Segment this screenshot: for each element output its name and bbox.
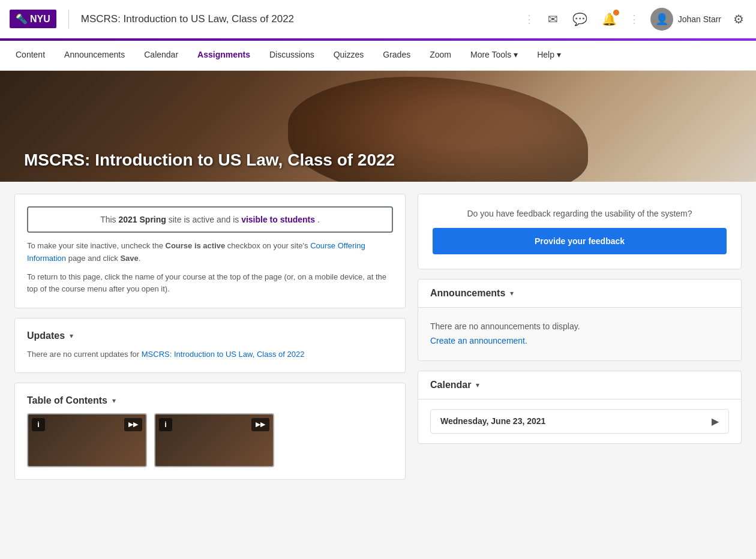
hero-banner: MSCRS: Introduction to US Law, Class of … bbox=[0, 71, 756, 182]
feedback-button[interactable]: Provide your feedback bbox=[433, 228, 727, 254]
announcements-chevron-icon[interactable]: ▾ bbox=[510, 289, 514, 297]
top-bar-left: 🔦 NYU MSCRS: Introduction to US Law, Cla… bbox=[10, 10, 524, 29]
updates-chevron-icon[interactable]: ▾ bbox=[70, 332, 73, 340]
nav-discussions[interactable]: Discussions bbox=[268, 41, 316, 71]
create-announcement-link[interactable]: Create an announcement. bbox=[430, 336, 527, 345]
right-column: Do you have feedback regarding the usabi… bbox=[418, 194, 742, 480]
play-icon-1: ▶▶ bbox=[128, 420, 138, 428]
nav-quizzes[interactable]: Quizzes bbox=[332, 41, 365, 71]
no-announcements-text: There are no announcements to display. C… bbox=[430, 320, 729, 348]
calendar-chevron-icon[interactable]: ▾ bbox=[476, 381, 479, 389]
dots-divider-1: ⋮ bbox=[524, 13, 536, 26]
top-bar-right: ⋮ ✉ 💬 🔔 ⋮ 👤 Johan Starr ⚙ bbox=[524, 8, 746, 31]
visibility-notice: This 2021 Spring site is active and is v… bbox=[27, 206, 393, 233]
toc-title: Table of Contents bbox=[27, 395, 107, 406]
chat-button[interactable]: 💬 bbox=[570, 10, 590, 29]
info-paragraph-2: To return to this page, click the name o… bbox=[27, 271, 393, 296]
gear-button[interactable]: ⚙ bbox=[731, 10, 746, 29]
more-tools-chevron-icon: ▾ bbox=[514, 50, 518, 59]
notice-visible-text: visible to students bbox=[241, 215, 315, 224]
mail-button[interactable]: ✉ bbox=[545, 10, 560, 29]
notice-prefix: This bbox=[100, 215, 118, 224]
nav-bar: Content Announcements Calendar Assignmen… bbox=[0, 41, 756, 71]
toc-header: Table of Contents ▾ bbox=[27, 395, 393, 406]
avatar: 👤 bbox=[650, 8, 673, 31]
nyu-logo[interactable]: 🔦 NYU bbox=[10, 10, 56, 28]
dots-divider-2: ⋮ bbox=[629, 13, 641, 26]
nyu-torch-icon: 🔦 bbox=[16, 13, 28, 25]
user-area[interactable]: 👤 Johan Starr bbox=[650, 8, 721, 31]
play-icon-2: ▶▶ bbox=[256, 420, 265, 428]
gear-icon: ⚙ bbox=[733, 13, 744, 26]
main-content: This 2021 Spring site is active and is v… bbox=[0, 182, 756, 492]
bell-button[interactable]: 🔔 bbox=[599, 10, 619, 29]
feedback-question: Do you have feedback regarding the usabi… bbox=[467, 209, 692, 218]
calendar-title: Calendar bbox=[430, 380, 471, 390]
toc-thumbnail-1[interactable]: i ▶▶ bbox=[27, 413, 147, 467]
calendar-card: Calendar ▾ Wednesday, June 23, 2021 ▶ bbox=[418, 371, 742, 444]
nav-calendar[interactable]: Calendar bbox=[143, 41, 179, 71]
updates-header: Updates ▾ bbox=[27, 330, 393, 341]
notification-badge bbox=[613, 10, 619, 16]
toc-thumbnails: i ▶▶ i ▶▶ bbox=[27, 413, 393, 467]
info-icon-1: i bbox=[37, 420, 40, 429]
updates-text: There are no current updates for MSCRS: … bbox=[27, 348, 393, 360]
announcements-card: Announcements ▾ There are no announcemen… bbox=[418, 279, 742, 361]
announcements-header: Announcements ▾ bbox=[418, 280, 741, 308]
thumb-info-icon-1[interactable]: i bbox=[32, 418, 45, 431]
nav-grades[interactable]: Grades bbox=[382, 41, 412, 71]
help-chevron-icon: ▾ bbox=[557, 50, 561, 59]
left-column: This 2021 Spring site is active and is v… bbox=[14, 194, 406, 480]
info-icon-2: i bbox=[164, 420, 167, 429]
mail-icon: ✉ bbox=[548, 13, 558, 26]
toc-card: Table of Contents ▾ i ▶▶ i bbox=[14, 383, 406, 480]
thumb-play-icon-1[interactable]: ▶▶ bbox=[124, 418, 142, 431]
status-card: This 2021 Spring site is active and is v… bbox=[14, 194, 406, 308]
nav-more-tools[interactable]: More Tools ▾ bbox=[469, 41, 519, 71]
calendar-arrow-icon[interactable]: ▶ bbox=[712, 416, 719, 427]
feedback-card: Do you have feedback regarding the usabi… bbox=[418, 194, 742, 269]
calendar-date-text: Wednesday, June 23, 2021 bbox=[440, 416, 545, 426]
notice-suffix: . bbox=[317, 215, 320, 224]
nav-zoom[interactable]: Zoom bbox=[428, 41, 452, 71]
calendar-date-row: Wednesday, June 23, 2021 ▶ bbox=[430, 409, 729, 434]
calendar-body: Wednesday, June 23, 2021 ▶ bbox=[418, 399, 741, 443]
thumb-play-icon-2[interactable]: ▶▶ bbox=[251, 418, 269, 431]
toc-thumbnail-2[interactable]: i ▶▶ bbox=[154, 413, 274, 467]
calendar-header: Calendar ▾ bbox=[418, 371, 741, 399]
toc-chevron-icon[interactable]: ▾ bbox=[112, 396, 116, 405]
updates-card: Updates ▾ There are no current updates f… bbox=[14, 318, 406, 373]
nav-announcements[interactable]: Announcements bbox=[63, 41, 126, 71]
info-paragraph-1: To make your site inactive, uncheck the … bbox=[27, 240, 393, 265]
nav-help[interactable]: Help ▾ bbox=[536, 41, 562, 71]
updates-title: Updates bbox=[27, 330, 65, 341]
nyu-logo-text: NYU bbox=[30, 14, 50, 25]
username: Johan Starr bbox=[678, 14, 721, 24]
updates-course-link[interactable]: MSCRS: Introduction to US Law, Class of … bbox=[142, 350, 305, 359]
course-title: MSCRS: Introduction to US Law, Class of … bbox=[81, 13, 294, 25]
thumb-info-icon-2[interactable]: i bbox=[159, 418, 172, 431]
announcements-title: Announcements bbox=[430, 288, 505, 299]
logo-divider bbox=[68, 10, 69, 29]
notice-middle: site is active and is bbox=[169, 215, 241, 224]
announcements-body: There are no announcements to display. C… bbox=[418, 308, 741, 360]
nav-assignments[interactable]: Assignments bbox=[196, 41, 251, 71]
nav-content[interactable]: Content bbox=[14, 41, 46, 71]
chat-icon: 💬 bbox=[572, 13, 587, 26]
top-bar: 🔦 NYU MSCRS: Introduction to US Law, Cla… bbox=[0, 0, 756, 38]
avatar-placeholder: 👤 bbox=[655, 13, 668, 26]
notice-semester: 2021 Spring bbox=[118, 215, 166, 224]
hero-title: MSCRS: Introduction to US Law, Class of … bbox=[24, 151, 395, 170]
